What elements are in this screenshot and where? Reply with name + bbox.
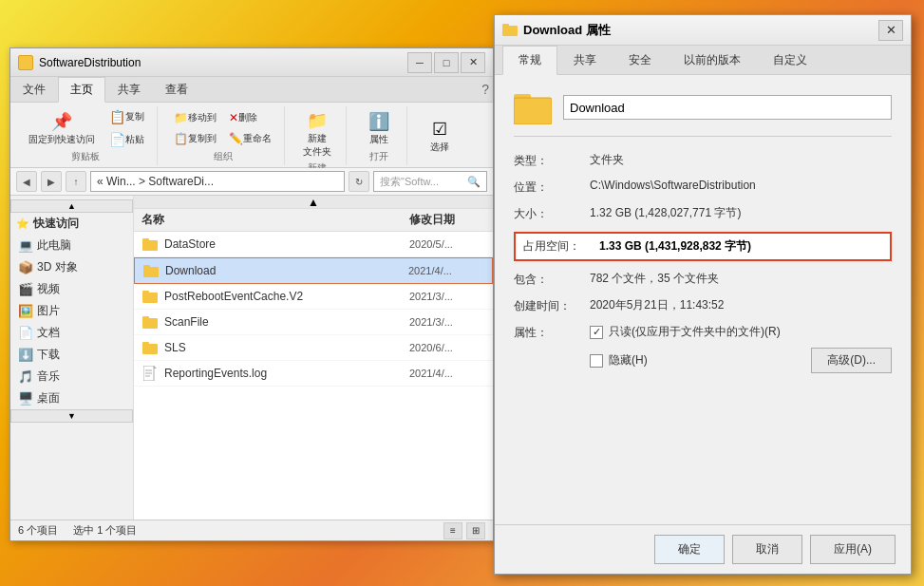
props-tab-general[interactable]: 常规: [502, 46, 557, 75]
forward-button[interactable]: ▶: [41, 171, 62, 192]
properties-button[interactable]: ℹ️ 属性: [360, 107, 398, 149]
hidden-checkbox[interactable]: [590, 354, 603, 368]
file-row-scanfile[interactable]: ScanFile 2021/3/...: [134, 310, 493, 335]
paste-icon: 📄: [109, 132, 125, 147]
explorer-title: SoftwareDistribution: [39, 56, 407, 69]
sidebar-item-pictures[interactable]: 🖼️ 图片: [10, 300, 133, 322]
pin-icon: 📌: [50, 110, 73, 133]
file-name-postreboot: PostRebootEventCache.V2: [164, 290, 409, 303]
ok-button[interactable]: 确定: [654, 535, 725, 564]
file-row-sls[interactable]: SLS 2020/6/...: [134, 335, 493, 361]
paste-button[interactable]: 📄 粘贴: [104, 129, 149, 150]
computer-icon: 💻: [18, 238, 33, 254]
svg-rect-9: [142, 342, 149, 346]
minimize-button[interactable]: ─: [407, 52, 432, 73]
apply-button[interactable]: 应用(A): [810, 535, 896, 564]
props-name-input[interactable]: [563, 95, 892, 120]
address-path[interactable]: « Win... > SoftwareDi...: [90, 171, 345, 192]
props-attr-label: 属性：: [514, 324, 590, 341]
props-type-label: 类型：: [514, 152, 590, 169]
sidebar-item-music[interactable]: 🎵 音乐: [10, 366, 133, 388]
folder-icon-download: [142, 262, 160, 279]
props-tab-share[interactable]: 共享: [557, 46, 613, 75]
props-attr-container: 只读(仅应用于文件夹中的文件)(R) 隐藏(H) 高级(D)...: [590, 324, 892, 381]
ribbon: 文件 主页 共享 查看 ? 📌 固定到快速访问 📋 复: [10, 77, 493, 168]
search-placeholder: 搜索"Softw...: [380, 175, 439, 189]
props-size-value: 1.32 GB (1,428,027,771 字节): [590, 205, 892, 221]
props-readonly-label: 只读(仅应用于文件夹中的文件)(R): [609, 324, 781, 340]
move-to-button[interactable]: 📁 移动到: [169, 108, 221, 127]
new-folder-button[interactable]: 📁 新建文件夹: [296, 106, 338, 161]
props-tab-customize[interactable]: 自定义: [757, 46, 823, 75]
props-hidden-label: 隐藏(H): [609, 352, 648, 369]
props-tab-security[interactable]: 安全: [613, 46, 668, 75]
sidebar-scroll-up[interactable]: ▲: [10, 199, 133, 213]
cancel-button[interactable]: 取消: [732, 535, 802, 564]
props-close-button[interactable]: ✕: [878, 20, 903, 41]
file-name-datastore: DataStore: [164, 237, 409, 251]
props-created-label: 创建时间：: [514, 297, 590, 314]
file-icon-reportingevents: [141, 365, 159, 382]
props-disk-row: 占用空间： 1.33 GB (1,431,928,832 字节): [514, 232, 892, 261]
props-folder-icon: [514, 90, 552, 124]
close-button[interactable]: ✕: [461, 52, 485, 73]
breadcrumb-text: « Win... > SoftwareDi...: [97, 175, 214, 188]
sidebar-scroll-down[interactable]: ▼: [10, 409, 133, 423]
file-row-reportingevents[interactable]: ReportingEvents.log 2021/4/...: [134, 361, 493, 387]
file-list-scroll-up[interactable]: ▲: [134, 196, 493, 209]
sidebar-item-computer[interactable]: 💻 此电脑: [10, 235, 133, 256]
ribbon-tab-bar: 文件 主页 共享 查看 ?: [10, 77, 493, 103]
organize-label: 组织: [214, 150, 233, 165]
large-icons-view-button[interactable]: ⊞: [466, 522, 485, 539]
file-row-datastore[interactable]: DataStore 2020/5/...: [134, 232, 493, 257]
ribbon-group-new: 📁 新建文件夹 新建: [289, 106, 347, 165]
sidebar-item-3d[interactable]: 📦 3D 对象: [10, 256, 133, 278]
ribbon-group-select: ☑ 选择: [411, 106, 468, 165]
back-button[interactable]: ◀: [16, 171, 37, 192]
tab-share[interactable]: 共享: [105, 77, 153, 102]
copy-paste-group: 📋 复制 📄 粘贴: [104, 106, 149, 150]
copy-to-button[interactable]: 📋 复制到: [169, 129, 221, 148]
ribbon-content: 📌 固定到快速访问 📋 复制 📄 粘贴 剪贴板: [10, 103, 493, 167]
file-name-download: Download: [165, 264, 408, 277]
file-date-scanfile: 2021/3/...: [409, 316, 485, 328]
quick-access-label: 快速访问: [33, 216, 79, 232]
props-tab-previous[interactable]: 以前的版本: [668, 46, 757, 75]
advanced-button[interactable]: 高级(D)...: [811, 348, 892, 373]
select-button[interactable]: ☑ 选择: [421, 115, 459, 157]
up-button[interactable]: ↑: [66, 171, 86, 192]
documents-icon: 📄: [18, 326, 33, 341]
ribbon-help-icon[interactable]: ?: [481, 82, 489, 97]
organize-buttons: 📁 移动到 📋 复制到 ✕ 删除: [169, 106, 276, 150]
refresh-button[interactable]: ↻: [349, 171, 369, 192]
folder-icon-scanfile: [141, 313, 159, 331]
props-folder-header: [514, 90, 892, 137]
details-view-button[interactable]: ≡: [443, 522, 462, 539]
sidebar-label-pictures: 图片: [37, 303, 60, 319]
sidebar-quick-access[interactable]: ⭐ 快速访问: [10, 213, 133, 235]
sidebar-item-videos[interactable]: 🎬 视频: [10, 278, 133, 300]
pin-quick-access-button[interactable]: 📌 固定到快速访问: [22, 107, 102, 149]
copy-button[interactable]: 📋 复制: [104, 106, 149, 127]
tab-file[interactable]: 文件: [10, 77, 58, 102]
file-row-postreboot[interactable]: PostRebootEventCache.V2 2021/3/...: [134, 284, 493, 310]
file-date-reportingevents: 2021/4/...: [409, 368, 485, 379]
sidebar-item-downloads[interactable]: ⬇️ 下载: [10, 344, 133, 366]
open-label: 打开: [369, 150, 388, 165]
col-name-header: 名称: [141, 212, 409, 228]
open-buttons: ℹ️ 属性: [360, 106, 398, 150]
tab-view[interactable]: 查看: [153, 77, 200, 102]
search-box[interactable]: 搜索"Softw... 🔍: [373, 171, 487, 192]
rename-button[interactable]: ✏️ 重命名: [224, 129, 276, 148]
desktop-icon: 🖥️: [18, 391, 33, 406]
props-tabs: 常规 共享 安全 以前的版本 自定义: [495, 46, 911, 75]
tab-home[interactable]: 主页: [58, 77, 105, 103]
downloads-icon: ⬇️: [18, 348, 33, 363]
maximize-button[interactable]: □: [434, 52, 459, 73]
delete-button[interactable]: ✕ 删除: [224, 108, 276, 127]
sidebar-item-documents[interactable]: 📄 文档: [10, 322, 133, 344]
file-row-download[interactable]: Download 2021/4/...: [134, 257, 493, 284]
props-created-value: 2020年5月21日，11:43:52: [590, 297, 892, 313]
readonly-checkbox[interactable]: [590, 326, 603, 339]
sidebar-item-desktop[interactable]: 🖥️ 桌面: [10, 388, 133, 409]
